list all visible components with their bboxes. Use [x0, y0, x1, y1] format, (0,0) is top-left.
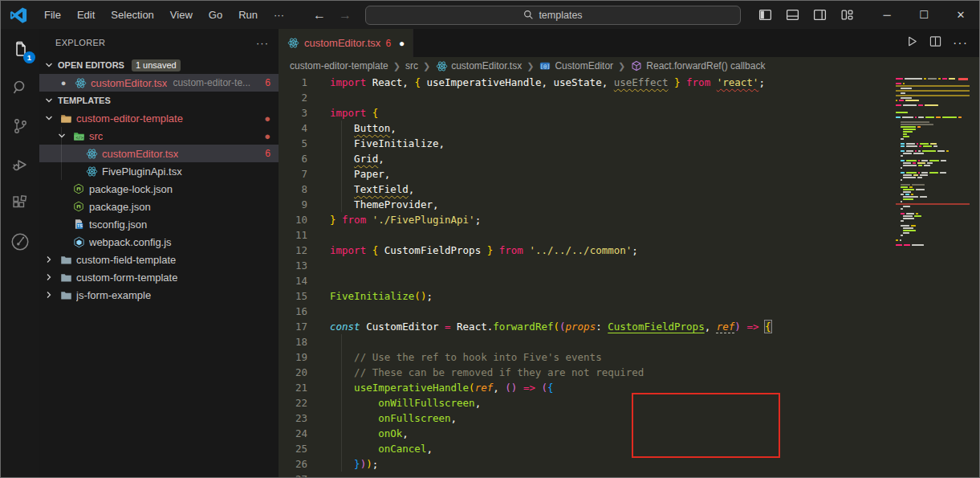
close-button[interactable]: ✕ — [942, 1, 979, 29]
breadcrumb-item[interactable]: customEditor.tsx — [435, 59, 522, 72]
minimap-row — [896, 102, 971, 104]
breadcrumb-item[interactable]: [@]CustomEditor — [539, 59, 613, 72]
breadcrumb-label: src — [405, 60, 418, 71]
minimap[interactable] — [894, 75, 979, 477]
explorer-more-actions-icon[interactable]: ··· — [256, 37, 269, 49]
minimap-row — [896, 129, 971, 130]
code-line-12: 12import { CustomFieldProps } from '../.… — [279, 243, 894, 258]
menu-more[interactable]: ··· — [266, 6, 291, 24]
minimap-row — [896, 121, 971, 123]
toggle-primary-sidebar-icon[interactable] — [754, 5, 775, 26]
tree-item-src[interactable]: </>src● — [39, 127, 279, 145]
open-editors-header[interactable]: OPEN EDITORS 1 unsaved — [39, 56, 279, 74]
menu-view[interactable]: View — [163, 6, 200, 24]
breadcrumb-item[interactable]: src — [405, 60, 418, 71]
run-file-icon[interactable] — [906, 35, 918, 51]
code-line-24: 24 onOk, — [279, 426, 894, 441]
explorer-icon[interactable]: 1 — [6, 35, 34, 63]
tree-item-custom-editor-template[interactable]: custom-editor-template● — [39, 109, 279, 127]
code-line-10: 10} from './FivePluginApi'; — [279, 212, 894, 227]
minimap-row — [896, 186, 971, 188]
minimap-row — [896, 124, 971, 125]
tab-customeditor[interactable]: customEditor.tsx 6 ● — [279, 29, 413, 57]
tree-item-custom-form-template[interactable]: custom-form-template — [39, 268, 279, 286]
back-arrow-icon[interactable]: ← — [311, 8, 328, 22]
menu-go[interactable]: Go — [201, 6, 230, 24]
tree-item-package-json[interactable]: package.json — [39, 198, 279, 215]
line-content: import React, { useImperativeHandle, use… — [322, 75, 765, 90]
file-name: custom-editor-template — [76, 112, 183, 125]
extensions-icon[interactable] — [6, 190, 34, 217]
minimap-row — [896, 213, 971, 214]
templates-section-header[interactable]: TEMPLATES — [39, 92, 279, 109]
code-line-3: 3import { — [279, 105, 894, 121]
file-name: custom-field-template — [76, 254, 176, 266]
webpack-icon — [72, 235, 85, 248]
line-content: FiveInitialize, — [322, 136, 445, 151]
line-content: ThemeProvider, — [322, 197, 438, 212]
minimap-row — [896, 83, 971, 84]
templates-label: TEMPLATES — [58, 96, 111, 105]
toggle-panel-icon[interactable] — [782, 5, 803, 26]
chevron-right-icon — [43, 288, 55, 301]
minimize-button[interactable]: ─ — [868, 1, 905, 29]
tree-item-customeditor-tsx[interactable]: customEditor.tsx6 — [39, 145, 279, 162]
source-control-icon[interactable] — [6, 112, 34, 140]
split-editor-icon[interactable] — [929, 35, 941, 51]
code-line-18: 18 — [279, 334, 894, 349]
minimap-row — [896, 157, 971, 159]
line-content: onCancel, — [322, 441, 433, 456]
code-line-8: 8 TextField, — [279, 182, 894, 197]
line-content — [322, 227, 330, 243]
menu-file[interactable]: File — [37, 6, 68, 24]
editor-more-actions-icon[interactable]: ··· — [953, 36, 968, 51]
menu-run[interactable]: Run — [231, 6, 265, 24]
tree-item-custom-field-template[interactable]: custom-field-template — [39, 251, 279, 268]
command-center-search[interactable]: templates — [365, 6, 741, 25]
tree-item-webpack-config-js[interactable]: webpack.config.js — [39, 233, 279, 251]
code-line-17: 17const CustomEditor = React.forwardRef(… — [279, 319, 894, 334]
breadcrumb-item[interactable]: React.forwardRef() callback — [630, 59, 765, 72]
minimap-row — [896, 114, 971, 116]
minimap-row — [896, 244, 971, 246]
code-line-23: 23 onFullscreen, — [279, 411, 894, 426]
menu-selection[interactable]: Selection — [104, 6, 161, 24]
line-content: useImperativeHandle(ref, () => ({ — [322, 380, 554, 395]
editor-group: customEditor.tsx 6 ● ··· custom-editor-t… — [279, 29, 979, 477]
tab-bar: customEditor.tsx 6 ● ··· — [279, 29, 979, 57]
menu-bar: File Edit Selection View Go Run ··· — [37, 6, 291, 24]
minimap-row — [896, 95, 971, 96]
minimap-row — [896, 88, 971, 89]
sidebar-title: EXPLORER — [55, 38, 105, 47]
tree-item-js-form-example[interactable]: js-form-example — [39, 286, 279, 304]
breadcrumb-label: CustomEditor — [555, 60, 613, 71]
search-sidebar-icon[interactable] — [6, 74, 34, 101]
tree-item-fivepluginapi-tsx[interactable]: FivePluginApi.tsx — [39, 162, 279, 180]
line-content: FiveInitialize(); — [322, 288, 433, 304]
folder-icon — [59, 271, 72, 284]
minimap-row — [896, 136, 971, 137]
references-icon[interactable] — [6, 228, 34, 255]
code-editor[interactable]: 1import React, { useImperativeHandle, us… — [279, 75, 894, 477]
forward-arrow-icon[interactable]: → — [336, 8, 354, 22]
tree-item-package-lock-json[interactable]: package-lock.json — [39, 180, 279, 198]
minimap-row — [896, 242, 971, 243]
folder-tan-icon — [59, 112, 72, 125]
customize-layout-icon[interactable] — [836, 5, 857, 26]
folder-src-icon: </> — [72, 129, 85, 142]
tree-item-tsconfig-json[interactable]: TStsconfig.json — [39, 215, 279, 233]
minimap-row — [896, 203, 971, 205]
minimap-row — [896, 196, 971, 198]
breadcrumb-separator: ❯ — [618, 61, 625, 71]
run-debug-icon[interactable] — [6, 151, 34, 178]
open-editor-item[interactable]: ● customEditor.tsx custom-editor-te... 6 — [39, 74, 279, 92]
line-number: 20 — [279, 365, 322, 380]
toggle-secondary-sidebar-icon[interactable] — [809, 5, 830, 26]
breadcrumb-item[interactable]: custom-editor-template — [290, 60, 388, 71]
line-number: 11 — [279, 227, 322, 243]
tab-modified-dot-icon: ● — [399, 38, 405, 49]
minimap-row — [896, 208, 971, 210]
maximize-button[interactable]: ☐ — [905, 1, 942, 29]
minimap-row — [896, 153, 971, 154]
menu-edit[interactable]: Edit — [70, 6, 102, 24]
